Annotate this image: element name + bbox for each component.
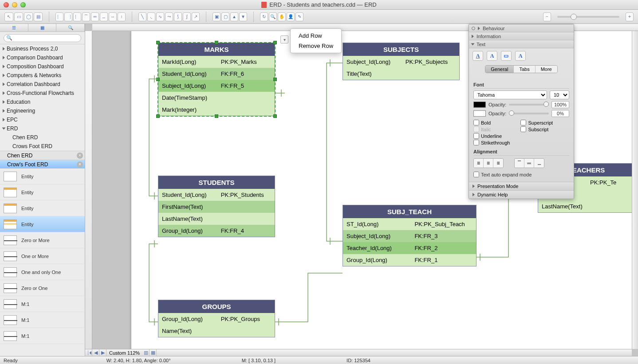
ungroup-button[interactable]: ▢ — [221, 12, 229, 21]
connector-bezier-button[interactable]: ∿ — [156, 12, 164, 21]
bg-opacity-value[interactable]: 0% — [551, 110, 569, 117]
library-tab-crows-foot[interactable]: Crow's Foot ERD × — [0, 160, 85, 168]
shape-entity[interactable]: Entity — [0, 216, 85, 232]
connector-line-button[interactable]: ╲ — [138, 12, 146, 21]
shape-entity[interactable]: Entity — [0, 184, 85, 200]
close-icon[interactable]: × — [77, 161, 83, 168]
halign-center-button[interactable]: ≡ — [484, 159, 493, 168]
valign-bottom-button[interactable]: ⎽ — [534, 159, 544, 168]
tab-tabs[interactable]: Tabs — [514, 66, 535, 73]
shape-zero-or-one[interactable]: Zero or One — [0, 280, 85, 296]
tree-item-crows-foot-erd[interactable]: Crows Foot ERD — [0, 142, 85, 151]
auto-expand-checkbox[interactable]: Text auto expand mode — [473, 172, 532, 177]
tree-item[interactable]: Engineering — [0, 106, 85, 115]
tree-item[interactable]: Comparison Dashboard — [0, 53, 85, 62]
resize-handle[interactable] — [156, 78, 160, 81]
shape-entity[interactable]: Entity — [0, 200, 85, 216]
tree-item[interactable]: Education — [0, 98, 85, 106]
smart-action-button[interactable]: ▾ — [280, 35, 288, 43]
inspector-dynamic-help[interactable]: Dynamic Help — [469, 190, 574, 199]
distribute-v-button[interactable]: ↕ — [118, 12, 126, 21]
tree-item[interactable]: EPC — [0, 115, 85, 124]
tree-item[interactable]: Correlation Dashboard — [0, 80, 85, 89]
underline-checkbox[interactable]: Underline — [473, 133, 510, 139]
shape-m-1[interactable]: M:1 — [0, 296, 85, 312]
tree-item[interactable]: Computers & Networks — [0, 71, 85, 80]
snap-button[interactable]: ▦ — [150, 349, 157, 356]
resize-handle[interactable] — [156, 41, 160, 44]
shape-one-or-more[interactable]: One or More — [0, 248, 85, 264]
text-opacity-value[interactable]: 100% — [551, 101, 569, 108]
distribute-h-button[interactable]: ↔ — [109, 12, 117, 21]
tab-general[interactable]: General — [485, 66, 514, 73]
tree-item-chen-erd[interactable]: Chen ERD — [0, 133, 85, 142]
entity-subj-teach[interactable]: SUBJ_TEACH ST_Id(Long)PK:PK_Subj_Teach S… — [343, 205, 477, 266]
sidebar-tab-search[interactable]: 🔍 — [56, 24, 85, 31]
connector-direct-button[interactable]: ↗ — [192, 12, 200, 21]
share-button[interactable]: 👤 — [287, 12, 295, 21]
resize-handle[interactable] — [273, 78, 277, 81]
shape-one-and-only-one[interactable]: One and only One — [0, 264, 85, 280]
back-button[interactable]: ▼ — [239, 12, 247, 21]
resize-handle[interactable] — [273, 114, 277, 118]
menu-item-add-row[interactable]: Add Row — [291, 31, 341, 41]
strikethrough-checkbox[interactable]: Strikethrough — [473, 140, 510, 145]
zoom-button[interactable]: 🔍 — [269, 12, 277, 21]
tree-item[interactable]: Business Process 2,0 — [0, 44, 85, 53]
minimize-window-button[interactable] — [12, 2, 17, 8]
zoom-level-label[interactable]: Custom 112% — [106, 350, 142, 356]
connector-arc-button[interactable]: ◟ — [147, 12, 155, 21]
pointer-tool-button[interactable]: ↖ — [4, 12, 13, 21]
bg-color-swatch[interactable] — [473, 110, 486, 117]
inspector-section-text[interactable]: Text — [469, 40, 574, 48]
subscript-checkbox[interactable]: Subscript — [520, 126, 553, 132]
shape-m-1[interactable]: M:1 — [0, 312, 85, 328]
align-top-button[interactable]: ⎺ — [82, 12, 90, 21]
pan-button[interactable]: ✋ — [278, 12, 286, 21]
close-window-button[interactable] — [4, 2, 9, 8]
font-size-select[interactable]: 10 — [550, 90, 569, 99]
entity-students[interactable]: STUDENTS Student_Id(Long)PK:PK_Students … — [158, 176, 275, 237]
highlight-button[interactable]: A — [487, 51, 497, 61]
text-opacity-slider[interactable] — [509, 104, 549, 106]
page-prev-button[interactable]: ◀ — [92, 349, 99, 356]
refresh-button[interactable]: ↻ — [260, 12, 268, 21]
text-tool-button[interactable]: ▤ — [34, 12, 43, 21]
entity-marks[interactable]: MARKS MarkId(Long)PK:PK_Marks Student_Id… — [158, 43, 275, 116]
vertical-scrollbar[interactable] — [632, 31, 638, 349]
halign-right-button[interactable]: ≡ — [493, 159, 503, 168]
entity-subjects[interactable]: SUBJECTS Subject_Id(Long)PK:PK_Subjects … — [343, 43, 460, 80]
valign-top-button[interactable]: ⎺ — [515, 159, 524, 168]
inspector-section-information[interactable]: Information — [469, 32, 574, 40]
italic-checkbox[interactable]: Italic — [473, 126, 510, 132]
connector-round-button[interactable]: ⟆ — [174, 12, 182, 21]
text-color-swatch[interactable] — [473, 102, 486, 108]
library-tab-chen[interactable]: Chen ERD × — [0, 151, 85, 160]
text-color-button[interactable]: A — [473, 51, 483, 61]
page-first-button[interactable]: ⎹⏴ — [85, 349, 92, 356]
sidebar-tab-tree[interactable]: ☰ — [0, 24, 28, 31]
align-middle-button[interactable]: ═ — [91, 12, 99, 21]
align-left-button[interactable]: ⎸ — [55, 12, 63, 21]
ellipse-tool-button[interactable]: ◯ — [24, 12, 33, 21]
zoom-window-button[interactable] — [20, 2, 26, 8]
font-family-select[interactable]: Tahoma — [473, 90, 547, 99]
tab-more[interactable]: More — [536, 66, 557, 73]
font-style-button[interactable]: A — [515, 51, 526, 61]
bold-checkbox[interactable]: Bold — [473, 120, 510, 125]
zoom-slider[interactable] — [557, 16, 619, 18]
align-center-button[interactable]: ⎹ — [64, 12, 72, 21]
tree-item[interactable]: Composition Dashboard — [0, 62, 85, 71]
valign-middle-button[interactable]: ═ — [524, 159, 534, 168]
textbox-button[interactable]: ▭ — [501, 51, 512, 61]
front-button[interactable]: ▲ — [230, 12, 238, 21]
resize-handle[interactable] — [215, 41, 218, 44]
menu-item-remove-row[interactable]: Remove Row — [291, 41, 341, 51]
shape-zero-or-more[interactable]: Zero or More — [0, 232, 85, 248]
ruler-units-button[interactable]: ▥ — [142, 349, 150, 356]
shape-m-1[interactable]: M:1 — [0, 328, 85, 344]
bg-opacity-slider[interactable] — [509, 113, 549, 114]
inspector-presentation-mode[interactable]: Presentation Mode — [469, 182, 574, 190]
resize-handle[interactable] — [156, 114, 160, 118]
vertical-ruler[interactable] — [85, 31, 92, 349]
